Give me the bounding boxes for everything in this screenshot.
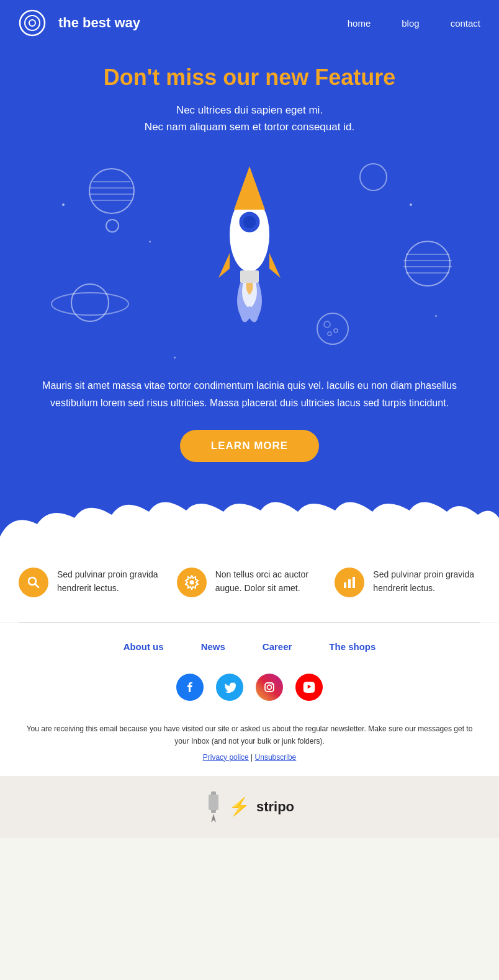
- saturn-planet: [50, 278, 130, 327]
- svg-point-17: [334, 329, 338, 332]
- clouds-svg: [0, 493, 499, 537]
- feature-text-1: Sed pulvinar proin gravida hendrerit lec…: [57, 568, 164, 595]
- svg-marker-35: [211, 814, 216, 822]
- nav-home[interactable]: home: [348, 18, 371, 29]
- star-dot-5: [174, 357, 176, 359]
- svg-point-15: [317, 313, 348, 344]
- moon-bottom-right: [316, 312, 350, 346]
- svg-rect-22: [240, 270, 259, 283]
- svg-rect-28: [348, 579, 351, 588]
- features-section: Sed pulvinar proin gravida hendrerit lec…: [0, 537, 499, 622]
- header: the best way home blog contact: [0, 0, 499, 46]
- hero-subtitle-line2: Nec nam aliquam sem et tortor consequat …: [145, 121, 354, 133]
- feature-icon-gear: [177, 568, 207, 597]
- stripo-branding: ⚡ stripo: [0, 776, 499, 838]
- svg-line-24: [35, 584, 39, 587]
- nav-blog[interactable]: blog: [402, 18, 419, 29]
- logo-text: the best way: [58, 15, 335, 31]
- main-nav: home blog contact: [348, 18, 480, 29]
- hero-subtitle-line1: Nec ultrices dui sapien eget mi.: [176, 104, 323, 116]
- star-dot-2: [149, 241, 151, 243]
- youtube-icon[interactable]: [295, 674, 323, 701]
- svg-point-26: [189, 580, 194, 584]
- feature-icon-search: [19, 568, 48, 597]
- stripo-label: stripo: [256, 799, 294, 815]
- nav-contact[interactable]: contact: [451, 18, 480, 29]
- learn-more-button[interactable]: LEARN MORE: [180, 430, 319, 462]
- svg-point-10: [405, 241, 450, 286]
- disclaimer-text: You are receiving this email because you…: [25, 723, 474, 748]
- svg-point-9: [52, 293, 128, 315]
- svg-point-31: [267, 685, 272, 689]
- feature-text-2: Non tellus orci ac auctor augue. Dolor s…: [215, 568, 323, 595]
- privacy-link[interactable]: Privacy police: [203, 753, 249, 762]
- hero-title: Don't miss our new Feature: [25, 65, 474, 91]
- hero-subtitle: Nec ultrices dui sapien eget mi. Nec nam…: [25, 102, 474, 135]
- svg-rect-29: [353, 577, 355, 588]
- feature-icon-chart: [335, 568, 364, 597]
- logo-icon: [19, 9, 46, 37]
- star-dot-1: [62, 203, 65, 206]
- footer-disclaimer: You are receiving this email because you…: [0, 716, 499, 776]
- svg-point-16: [324, 321, 330, 327]
- svg-point-21: [243, 216, 256, 228]
- circle-top-right: [359, 163, 387, 191]
- feature-item-3: Sed pulvinar proin gravida hendrerit lec…: [335, 568, 480, 597]
- small-circle-left: [106, 219, 119, 233]
- svg-rect-27: [344, 582, 346, 588]
- svg-point-1: [25, 16, 40, 30]
- facebook-icon[interactable]: [176, 674, 204, 701]
- feature-item-2: Non tellus orci ac auctor augue. Dolor s…: [177, 568, 323, 597]
- svg-point-3: [89, 169, 134, 213]
- rocket-illustration: [209, 160, 290, 336]
- feature-item-1: Sed pulvinar proin gravida hendrerit lec…: [19, 568, 164, 597]
- hero-body-text: Mauris sit amet massa vitae tortor condi…: [25, 377, 474, 411]
- planet-striped-right: [400, 241, 456, 287]
- footer-nav-shops[interactable]: The shops: [329, 641, 375, 652]
- star-dot-4: [435, 315, 437, 317]
- twitter-icon[interactable]: [216, 674, 243, 701]
- svg-point-32: [272, 684, 273, 685]
- social-row: [0, 664, 499, 716]
- svg-point-2: [29, 20, 35, 26]
- footer-nav-about[interactable]: About us: [124, 641, 164, 652]
- planet-striped-left: [87, 166, 137, 216]
- svg-point-0: [20, 11, 45, 35]
- hero-section: Don't miss our new Feature Nec ultrices …: [0, 46, 499, 493]
- svg-rect-34: [209, 795, 218, 810]
- stripo-award-icon: [205, 791, 222, 822]
- footer-separator: |: [249, 753, 255, 762]
- unsubscribe-link[interactable]: Unsubscribe: [255, 753, 297, 762]
- cloud-divider: [0, 493, 499, 537]
- footer-nav-career[interactable]: Career: [263, 641, 292, 652]
- footer-nav-news[interactable]: News: [201, 641, 225, 652]
- footer-nav: About us News Career The shops: [0, 623, 499, 664]
- stripo-lightning-icon: ⚡: [228, 796, 250, 817]
- feature-text-3: Sed pulvinar proin gravida hendrerit lec…: [373, 568, 480, 595]
- svg-point-18: [328, 332, 331, 336]
- star-dot-3: [410, 203, 412, 206]
- space-illustration: [25, 154, 474, 365]
- instagram-icon[interactable]: [256, 674, 283, 701]
